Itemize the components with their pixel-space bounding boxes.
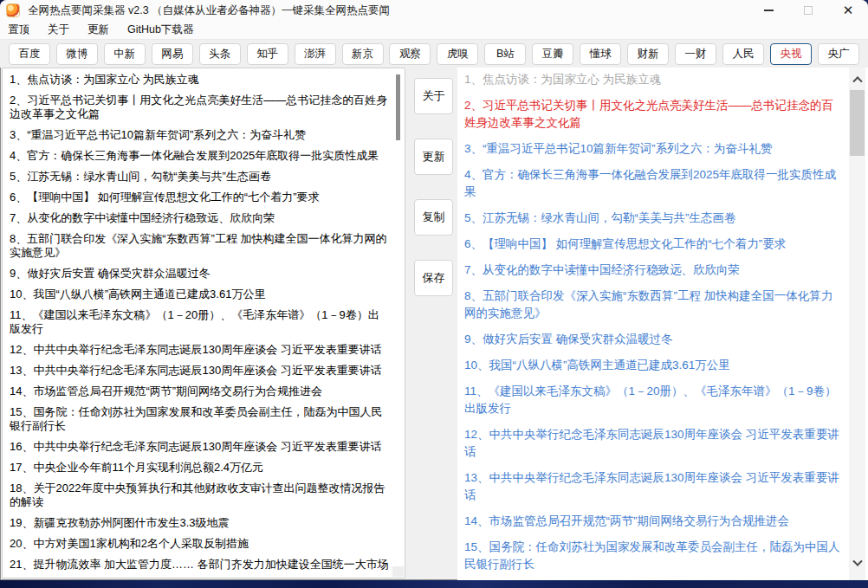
- side-button-关于[interactable]: 关于: [414, 78, 453, 114]
- news-link[interactable]: 4、官方：确保长三角海事一体化融合发展到2025年底取得一批实质性成果: [464, 166, 842, 201]
- source-tabs: 百度微博中新网易头条知乎澎湃新京观察虎嗅B站豆瓣懂球财新一财人民央视央广: [0, 40, 868, 68]
- news-item: 17、中央企业今年前11个月实现利润总额2.4万亿元: [10, 461, 389, 475]
- news-textbox[interactable]: 1、焦点访谈：为国家立心 为民族立魂2、习近平总书记关切事丨用文化之光点亮美好生…: [2, 68, 405, 578]
- tab-观察[interactable]: 观察: [389, 43, 431, 65]
- tab-头条[interactable]: 头条: [199, 43, 241, 65]
- left-scrollbar-thumb[interactable]: [396, 74, 400, 140]
- news-link[interactable]: 14、市场监管总局召开规范“两节”期间网络交易行为合规推进会: [464, 513, 842, 530]
- news-link-list: 1、焦点访谈：为国家立心 为民族立魂2、习近平总书记关切事丨用文化之光点亮美好生…: [457, 68, 868, 580]
- news-item: 20、中方对美国1家机构和2名个人采取反制措施: [10, 537, 389, 551]
- tab-财新[interactable]: 财新: [627, 43, 669, 65]
- app-icon: [6, 3, 20, 17]
- app-window: 全网热点要闻采集器 v2.3 （自媒体从业者必备神器）一键采集全网热点要闻 ✕ …: [0, 0, 868, 580]
- news-item: 18、关于2022年度中央预算执行和其他财政收支审计查出问题整改情况报告的解读: [10, 481, 389, 509]
- news-link[interactable]: 10、我国“八纵八横”高铁网主通道已建成3.61万公里: [464, 357, 842, 374]
- tab-新京[interactable]: 新京: [342, 43, 384, 65]
- window-controls: ✕: [748, 0, 868, 21]
- minimize-button[interactable]: [748, 0, 788, 21]
- news-item: 5、江苏无锡：绿水青山间，勾勒“美美与共”生态画卷: [10, 170, 389, 184]
- news-item: 13、中共中央举行纪念毛泽东同志诞辰130周年座谈会 习近平发表重要讲话: [10, 364, 389, 378]
- side-button-复制[interactable]: 复制: [414, 199, 453, 236]
- news-item: 11、《建国以来毛泽东文稿》（1－20册）、《毛泽东年谱》（1－9卷）出版发行: [10, 308, 389, 336]
- menu-item-2[interactable]: 关于: [48, 23, 69, 37]
- menu-item-1[interactable]: 置顶: [8, 23, 29, 37]
- news-item: 12、中共中央举行纪念毛泽东同志诞辰130周年座谈会 习近平发表重要讲话: [10, 343, 389, 357]
- title-bar: 全网热点要闻采集器 v2.3 （自媒体从业者必备神器）一键采集全网热点要闻 ✕: [0, 0, 868, 21]
- news-link[interactable]: 12、中共中央举行纪念毛泽东同志诞辰130周年座谈会 习近平发表重要讲话: [464, 426, 842, 461]
- tab-知乎[interactable]: 知乎: [247, 43, 288, 65]
- tab-一财[interactable]: 一财: [675, 43, 716, 65]
- tab-央视[interactable]: 央视: [770, 43, 812, 65]
- chevron-down-icon: [852, 557, 862, 566]
- tab-澎湃[interactable]: 澎湃: [295, 43, 336, 65]
- main-area: 1、焦点访谈：为国家立心 为民族立魂2、习近平总书记关切事丨用文化之光点亮美好生…: [0, 68, 868, 580]
- news-item: 10、我国“八纵八横”高铁网主通道已建成3.61万公里: [10, 288, 389, 301]
- news-item: 4、官方：确保长三角海事一体化融合发展到2025年底取得一批实质性成果: [10, 149, 389, 163]
- tab-百度[interactable]: 百度: [9, 43, 50, 65]
- news-item: 15、国务院：任命刘苏社为国家发展和改革委员会副主任，陆磊为中国人民银行副行长: [10, 405, 389, 433]
- news-link[interactable]: 3、“重温习近平总书记10篇新年贺词”系列之六：为奋斗礼赞: [464, 140, 842, 158]
- news-item: 7、从变化的数字中读懂中国经济行稳致远、欣欣向荣: [10, 211, 389, 225]
- news-item: 8、五部门联合印发《深入实施“东数西算”工程 加快构建全国一体化算力网的实施意见…: [10, 232, 389, 260]
- news-link[interactable]: 1、焦点访谈：为国家立心 为民族立魂: [464, 71, 842, 88]
- news-link-list-content: 1、焦点访谈：为国家立心 为民族立魂2、习近平总书记关切事丨用文化之光点亮美好生…: [457, 68, 868, 580]
- tab-豆瓣[interactable]: 豆瓣: [532, 43, 573, 65]
- scroll-down-button[interactable]: [849, 554, 865, 573]
- side-button-更新[interactable]: 更新: [414, 139, 453, 175]
- tab-虎嗅[interactable]: 虎嗅: [437, 43, 478, 65]
- right-scrollbar-thumb[interactable]: [850, 90, 865, 156]
- close-button[interactable]: ✕: [828, 0, 868, 21]
- news-link[interactable]: 13、中共中央举行纪念毛泽东同志诞辰130周年座谈会 习近平发表重要讲话: [464, 469, 842, 504]
- menu-bar: 置顶关于更新GitHub下载器: [0, 21, 868, 40]
- tab-B站[interactable]: B站: [484, 43, 526, 65]
- news-textbox-content: 1、焦点访谈：为国家立心 为民族立魂2、习近平总书记关切事丨用文化之光点亮美好生…: [3, 68, 405, 578]
- news-link[interactable]: 2、习近平总书记关切事丨用文化之光点亮美好生活——总书记挂念的百姓身边改革事之文…: [464, 97, 842, 132]
- news-link[interactable]: 7、从变化的数字中读懂中国经济行稳致远、欣欣向荣: [464, 262, 842, 279]
- window-title: 全网热点要闻采集器 v2.3 （自媒体从业者必备神器）一键采集全网热点要闻: [28, 3, 390, 18]
- tab-懂球[interactable]: 懂球: [580, 43, 621, 65]
- left-scrollbar-corner: [392, 566, 404, 577]
- chevron-up-icon: [852, 76, 862, 86]
- menu-item-4[interactable]: GitHub下载器: [127, 23, 193, 37]
- scroll-up-button[interactable]: [849, 69, 865, 88]
- news-item: 6、【理响中国】 如何理解宣传思想文化工作的“七个着力”要求: [10, 191, 389, 204]
- right-scrollbar[interactable]: [849, 68, 865, 580]
- news-item: 1、焦点访谈：为国家立心 为民族立魂: [10, 73, 389, 87]
- news-link[interactable]: 11、《建国以来毛泽东文稿》（1－20册）、《毛泽东年谱》（1－9卷）出版发行: [464, 383, 842, 417]
- news-link[interactable]: 8、五部门联合印发《深入实施“东数西算”工程 加快构建全国一体化算力网的实施意见…: [464, 288, 842, 322]
- news-link[interactable]: 5、江苏无锡：绿水青山间，勾勒“美美与共”生态画卷: [464, 210, 842, 227]
- news-item: 3、“重温习近平总书记10篇新年贺词”系列之六：为奋斗礼赞: [10, 128, 389, 142]
- news-item: 14、市场监管总局召开规范“两节”期间网络交易行为合规推进会: [10, 384, 389, 398]
- tab-人民[interactable]: 人民: [722, 43, 764, 65]
- news-link[interactable]: 6、【理响中国】 如何理解宣传思想文化工作的“七个着力”要求: [464, 236, 842, 253]
- tab-网易[interactable]: 网易: [152, 43, 193, 65]
- news-item: 21、提升物流效率 加大监管力度…… 各部门齐发力加快建设全国统一大市场: [10, 558, 389, 572]
- news-link[interactable]: 15、国务院：任命刘苏社为国家发展和改革委员会副主任，陆磊为中国人民银行副行长: [464, 539, 842, 573]
- side-button-保存[interactable]: 保存: [414, 260, 453, 296]
- news-item: 2、习近平总书记关切事丨用文化之光点亮美好生活——总书记挂念的百姓身边改革事之文…: [10, 94, 389, 121]
- news-item: 19、新疆克孜勒苏州阿图什市发生3.3级地震: [10, 516, 389, 530]
- minimize-icon: [764, 10, 774, 11]
- maximize-button[interactable]: [788, 0, 828, 21]
- menu-item-3[interactable]: 更新: [87, 23, 109, 37]
- tab-中新[interactable]: 中新: [104, 43, 146, 65]
- tab-央广[interactable]: 央广: [818, 43, 859, 65]
- maximize-icon: [804, 6, 813, 15]
- news-item: 9、做好灾后安置 确保受灾群众温暖过冬: [10, 267, 389, 281]
- news-item: 16、中共中央举行纪念毛泽东同志诞辰130周年座谈会 习近平发表重要讲话: [10, 440, 389, 454]
- tab-微博[interactable]: 微博: [56, 43, 98, 65]
- news-link[interactable]: 9、做好灾后安置 确保受灾群众温暖过冬: [464, 331, 842, 348]
